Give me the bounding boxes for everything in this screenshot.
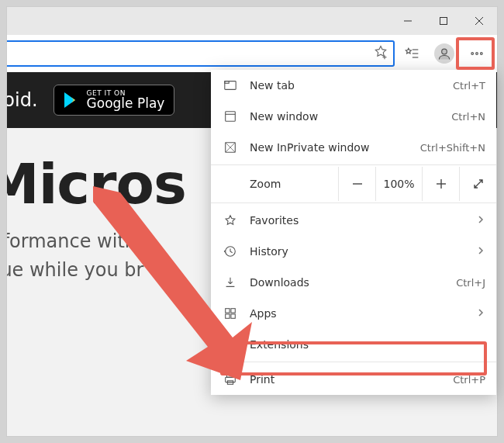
titlebar (7, 7, 497, 35)
address-bar[interactable] (6, 40, 395, 67)
play-big-text: Google Play (87, 97, 165, 110)
menu-shortcut: Ctrl+P (453, 374, 485, 386)
menu-item-new-tab[interactable]: New tab Ctrl+T (211, 70, 496, 101)
svg-rect-28 (227, 375, 234, 378)
svg-point-12 (481, 53, 483, 55)
menu-shortcut: Ctrl+N (451, 111, 485, 123)
menu-item-zoom: Zoom 100% (211, 167, 496, 201)
downloads-icon (222, 275, 239, 289)
chevron-right-icon (476, 307, 485, 320)
svg-rect-29 (226, 377, 236, 382)
extensions-icon (222, 337, 239, 351)
svg-rect-23 (231, 309, 235, 313)
menu-item-new-window[interactable]: New window Ctrl+N (211, 101, 496, 132)
menu-label: Print (250, 373, 453, 386)
apps-icon (222, 306, 239, 320)
menu-item-print[interactable]: Print Ctrl+P (211, 364, 496, 395)
svg-rect-25 (231, 314, 235, 318)
chevron-right-icon (476, 214, 485, 227)
history-icon (222, 244, 239, 258)
more-button[interactable] (461, 38, 492, 69)
chevron-right-icon (476, 245, 485, 258)
menu-separator (211, 362, 496, 362)
zoom-label: Zoom (211, 178, 338, 190)
zoom-out-button[interactable] (338, 167, 375, 201)
svg-point-10 (471, 53, 474, 55)
minimize-button[interactable] (390, 7, 426, 35)
menu-label: Downloads (250, 276, 456, 289)
menu-label: History (250, 245, 476, 258)
zoom-in-button[interactable] (422, 167, 459, 201)
favorites-icon (222, 213, 239, 227)
settings-menu: New tab Ctrl+T New window Ctrl+N New InP… (211, 70, 496, 395)
profile-button[interactable] (429, 38, 460, 69)
new-window-icon (222, 109, 239, 123)
menu-item-history[interactable]: History (211, 236, 496, 267)
close-button[interactable] (461, 7, 497, 35)
menu-item-new-inprivate[interactable]: New InPrivate window Ctrl+Shift+N (211, 132, 496, 163)
menu-separator (211, 202, 496, 203)
menu-label: New InPrivate window (250, 141, 420, 154)
google-play-icon (62, 91, 81, 109)
menu-label: New window (250, 110, 451, 123)
svg-rect-15 (226, 112, 236, 122)
menu-separator (211, 164, 496, 165)
svg-point-11 (476, 53, 478, 55)
svg-rect-14 (225, 81, 229, 84)
svg-rect-13 (225, 81, 236, 90)
menu-label: Favorites (250, 214, 476, 227)
menu-shortcut: Ctrl+T (453, 80, 485, 92)
star-add-icon[interactable] (373, 44, 388, 63)
google-play-badge[interactable]: GET IT ON Google Play (54, 85, 175, 116)
menu-label: Extensions (250, 338, 485, 351)
svg-rect-22 (226, 309, 230, 313)
inprivate-icon (222, 140, 239, 154)
maximize-button[interactable] (426, 7, 461, 35)
svg-rect-24 (226, 314, 230, 318)
menu-label: Apps (250, 307, 476, 320)
svg-point-9 (442, 49, 447, 54)
menu-item-apps[interactable]: Apps (211, 298, 496, 329)
menu-shortcut: Ctrl+Shift+N (420, 142, 485, 154)
favorites-list-icon[interactable] (396, 38, 427, 69)
svg-rect-1 (440, 18, 447, 25)
zoom-value: 100% (375, 167, 422, 201)
print-icon (222, 372, 239, 386)
menu-item-extensions[interactable]: Extensions (211, 329, 496, 360)
new-tab-icon (222, 78, 239, 92)
toolbar (7, 35, 497, 72)
banner-text-fragment: roid. (7, 89, 38, 111)
menu-item-favorites[interactable]: Favorites (211, 205, 496, 236)
menu-label: New tab (250, 79, 453, 92)
menu-shortcut: Ctrl+J (456, 277, 485, 289)
menu-item-downloads[interactable]: Downloads Ctrl+J (211, 267, 496, 298)
fullscreen-button[interactable] (459, 167, 496, 201)
